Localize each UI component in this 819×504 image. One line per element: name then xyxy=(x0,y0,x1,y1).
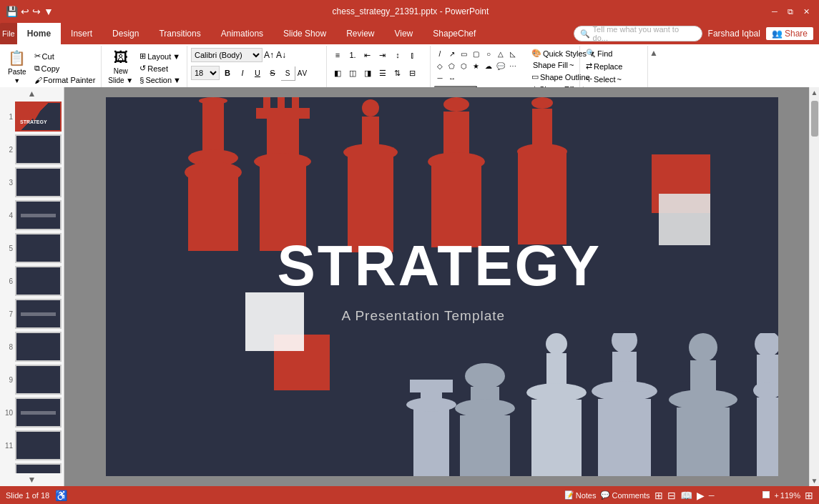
shape-line[interactable]: / xyxy=(434,48,446,59)
slide-sorter-button[interactable]: ⊟ xyxy=(667,490,676,501)
zoom-slider[interactable] xyxy=(715,493,773,497)
slide-thumb-12[interactable] xyxy=(15,463,62,473)
increase-indent-button[interactable]: ⇥ xyxy=(376,48,390,62)
undo-icon[interactable]: ↩ xyxy=(21,6,29,17)
shape-callout[interactable]: 💬 xyxy=(495,60,506,71)
slide-thumb-2[interactable] xyxy=(15,134,62,164)
center-button[interactable]: ◫ xyxy=(345,66,360,80)
slides-scroll-down[interactable]: ▼ xyxy=(0,473,64,486)
close-button[interactable]: ✕ xyxy=(799,4,813,19)
shape-more[interactable]: ⋯ xyxy=(507,60,519,71)
layout-button[interactable]: ⊞ Layout ▼ xyxy=(137,51,183,61)
reset-button[interactable]: ↺ Reset xyxy=(137,63,183,74)
tab-view[interactable]: View xyxy=(384,23,423,44)
cut-button[interactable]: ✂ Cut xyxy=(32,51,98,61)
collapse-ribbon-button[interactable]: ▲ xyxy=(649,48,658,58)
replace-button[interactable]: ⇄ Replace xyxy=(584,61,624,71)
tab-home[interactable]: Home xyxy=(17,23,61,44)
tab-file[interactable]: File xyxy=(0,23,17,44)
zoom-thumb[interactable] xyxy=(762,491,770,498)
shape-fill-button[interactable]: Shape Fill ~ xyxy=(529,60,576,70)
copy-button[interactable]: ⧉ Copy xyxy=(32,63,98,74)
align-right-button[interactable]: ◨ xyxy=(361,66,375,80)
font-decrease-icon[interactable]: A↓ xyxy=(275,49,287,61)
slide-thumb-9[interactable] xyxy=(15,365,62,395)
slide-thumb-7[interactable] xyxy=(15,299,62,329)
shape-pentagon[interactable]: ⬠ xyxy=(446,60,458,71)
slide-thumb-3[interactable] xyxy=(15,167,62,197)
shape-diamond[interactable]: ◇ xyxy=(434,60,446,71)
bold-button[interactable]: B xyxy=(220,66,235,80)
shape-hex[interactable]: ⬡ xyxy=(458,60,470,71)
numbering-button[interactable]: 1. xyxy=(345,48,360,62)
paste-button[interactable]: 📋 Paste ▼ xyxy=(4,48,31,86)
tab-transitions[interactable]: Transitions xyxy=(149,23,210,44)
slide-thumb-5[interactable] xyxy=(15,233,62,263)
save-icon[interactable]: 💾 xyxy=(6,6,18,17)
slide-thumb-6[interactable] xyxy=(15,266,62,296)
find-button[interactable]: 🔍 Find xyxy=(584,48,614,59)
font-size-select[interactable]: 18 xyxy=(191,66,220,80)
shape-triangle[interactable]: △ xyxy=(495,48,506,59)
restore-button[interactable]: ⧉ xyxy=(783,4,798,19)
text-direction-button[interactable]: ⇅ xyxy=(391,66,405,80)
accessibility-icon[interactable]: ♿ xyxy=(55,490,67,501)
align-text-button[interactable]: ⊟ xyxy=(406,66,420,80)
shape-arrow[interactable]: ↗ xyxy=(446,48,458,59)
justify-button[interactable]: ☰ xyxy=(376,66,390,80)
tab-shapechef[interactable]: ShapeChef xyxy=(423,23,486,44)
slide-thumb-1[interactable]: STRATEGY xyxy=(15,102,62,132)
shape-rect[interactable]: ▭ xyxy=(458,48,470,59)
char-spacing-button[interactable]: AV xyxy=(295,66,310,80)
shape-line2[interactable]: ─ xyxy=(434,72,446,84)
shape-connector[interactable]: ↔ xyxy=(446,72,458,84)
tab-slideshow[interactable]: Slide Show xyxy=(273,23,336,44)
shape-star[interactable]: ★ xyxy=(471,60,482,71)
columns-button[interactable]: ⫿ xyxy=(406,48,420,62)
slide-thumb-10[interactable] xyxy=(15,397,62,428)
section-button[interactable]: § Section ▼ xyxy=(137,75,183,85)
font-name-select[interactable]: Calibri (Body) xyxy=(191,48,263,62)
text-shadow-button[interactable]: S xyxy=(280,66,295,80)
line-spacing-button[interactable]: ↕ xyxy=(391,48,405,62)
shape-circle[interactable]: ○ xyxy=(483,48,494,59)
shape-right-tri[interactable]: ◺ xyxy=(507,48,519,59)
shape-outline-button[interactable]: ▭ Shape Outline xyxy=(529,71,576,82)
comments-button[interactable]: 💬 Comments xyxy=(600,490,649,500)
tell-me-input[interactable]: 🔍 Tell me what you want to do... xyxy=(574,26,702,41)
slide-thumb-11[interactable] xyxy=(15,430,62,460)
slide-thumb-4[interactable] xyxy=(15,200,62,230)
select-button[interactable]: ⊹ Select ~ xyxy=(584,74,624,84)
quick-styles-button[interactable]: 🎨 Quick Styles ▼ xyxy=(529,48,576,59)
slideshow-view-button[interactable]: ▶ xyxy=(697,490,705,501)
shape-cloud[interactable]: ☁ xyxy=(483,60,494,71)
reading-view-button[interactable]: 📖 xyxy=(680,490,692,501)
redo-icon[interactable]: ↪ xyxy=(32,6,41,17)
canvas-scroll-up[interactable]: ▲ xyxy=(810,87,819,98)
normal-view-button[interactable]: ⊞ xyxy=(654,490,663,501)
fit-slide-button[interactable]: ⊞ xyxy=(805,490,813,501)
slides-scroll-up[interactable]: ▲ xyxy=(0,87,64,100)
tab-insert[interactable]: Insert xyxy=(61,23,102,44)
slide-thumb-8[interactable] xyxy=(15,332,62,362)
notes-button[interactable]: 📝 Notes xyxy=(564,490,597,500)
tab-animations[interactable]: Animations xyxy=(211,23,273,44)
format-painter-button[interactable]: 🖌 Format Painter xyxy=(32,75,98,85)
decrease-indent-button[interactable]: ⇤ xyxy=(361,48,375,62)
zoom-in-icon[interactable]: + xyxy=(774,491,778,500)
font-increase-icon[interactable]: A↑ xyxy=(263,49,275,61)
shape-rounded-rect[interactable]: ▢ xyxy=(471,48,482,59)
bullets-button[interactable]: ≡ xyxy=(330,48,345,62)
underline-button[interactable]: U xyxy=(250,66,265,80)
slide-canvas[interactable]: STRATEGY A Presentation Template xyxy=(106,97,778,476)
minimize-button[interactable]: ─ xyxy=(767,4,782,19)
align-left-button[interactable]: ◧ xyxy=(330,66,345,80)
italic-button[interactable]: I xyxy=(235,66,250,80)
strikethrough-button[interactable]: S xyxy=(265,66,280,80)
tab-review[interactable]: Review xyxy=(336,23,384,44)
new-slide-button[interactable]: 🖼 New Slide ▼ xyxy=(105,48,136,86)
tab-design[interactable]: Design xyxy=(102,23,149,44)
canvas-scroll-thumb[interactable] xyxy=(811,101,818,137)
zoom-out-icon[interactable]: ─ xyxy=(709,491,715,500)
share-button[interactable]: 👥 Share xyxy=(766,27,813,40)
